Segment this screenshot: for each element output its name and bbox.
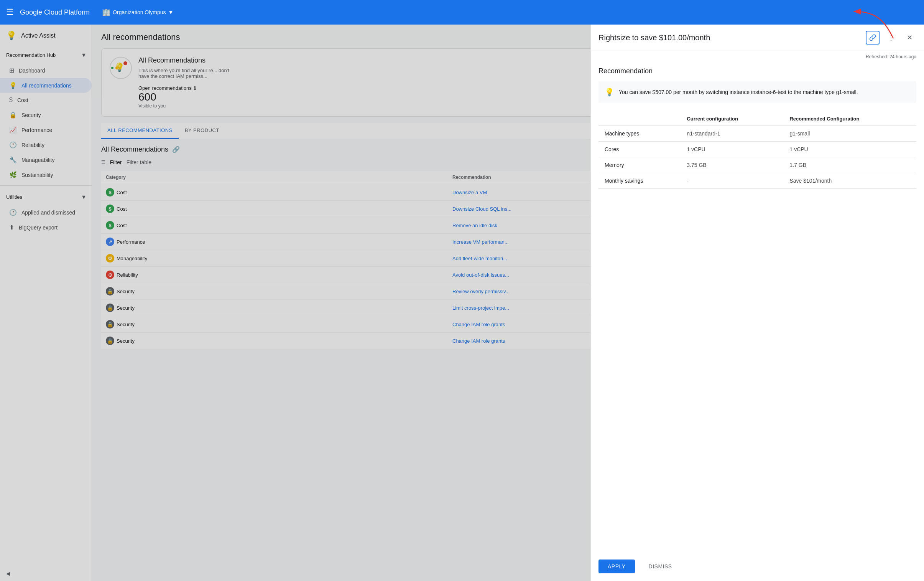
detail-actions: ⋮ ✕ (866, 31, 916, 45)
category-badge-icon: 🔒 (106, 303, 114, 312)
sidebar-divider (0, 185, 92, 186)
category-name: Manageability (117, 256, 147, 262)
config-row-label: Cores (599, 142, 681, 157)
reco-text-block: All Recommendations This is where you'll… (139, 56, 238, 109)
tab-by-product[interactable]: BY PRODUCT (179, 123, 226, 139)
config-row-recommended: g1-small (783, 126, 916, 142)
reco-link[interactable]: Change IAM role grants (452, 321, 505, 327)
sidebar-icon-reliability: 🕐 (9, 141, 17, 149)
config-row: Monthly savings - Save $101/month (599, 173, 916, 189)
app-logo: Google Cloud Platform (20, 8, 90, 17)
sidebar-item-cost[interactable]: $ Cost (0, 93, 92, 108)
category-name: Reliability (117, 272, 138, 278)
table-cell-category: ↗ Performance (101, 234, 448, 250)
dismiss-button[interactable]: DISMISS (640, 559, 681, 573)
tab-all-recommendations[interactable]: ALL RECOMMENDATIONS (101, 123, 179, 139)
table-cell-category: $ Cost (101, 217, 448, 234)
reco-link[interactable]: Avoid out-of-disk issues... (452, 272, 509, 278)
recommendation-hub-label: Recommendation Hub (6, 52, 56, 58)
sidebar-icon-cost: $ (9, 97, 13, 104)
table-cell-category: 🔒 Security (101, 316, 448, 333)
category-name: Security (117, 338, 135, 344)
close-button[interactable]: ✕ (903, 31, 916, 45)
reco-link[interactable]: Increase VM performan... (452, 239, 509, 245)
action-buttons: APPLY DISMISS (591, 552, 924, 581)
sidebar-item-performance[interactable]: 📈 Performance (0, 122, 92, 137)
sidebar-collapse-btn[interactable]: ◀ (0, 566, 92, 581)
org-selector[interactable]: 🏢 Organization Olympus ▼ (102, 8, 173, 17)
table-cell-category: 🔒 Security (101, 300, 448, 316)
detail-title: Rightsize to save $101.00/month (599, 33, 710, 42)
visible-label: Visible to you (139, 103, 238, 109)
sidebar-item-manageability[interactable]: 🔧 Manageability (0, 152, 92, 167)
reco-link[interactable]: Limit cross-project impe... (452, 305, 509, 311)
sidebar-label-performance: Performance (21, 127, 52, 133)
recommendation-hub-header[interactable]: Recommendation Hub ▾ (0, 47, 92, 63)
table-cell-category: $ Cost (101, 201, 448, 217)
svg-point-2 (111, 67, 114, 69)
sidebar-label-security: Security (21, 112, 41, 118)
detail-info-icon: 💡 (605, 88, 614, 97)
config-row-recommended: 1 vCPU (783, 142, 916, 157)
utilities-header[interactable]: Utilities ▾ (0, 189, 92, 205)
sidebar-item-security[interactable]: 🔒 Security (0, 108, 92, 122)
config-row-recommended: Save $101/month (783, 173, 916, 189)
sidebar-item-reliability[interactable]: 🕐 Reliability (0, 137, 92, 152)
config-col-recommended: Recommended Configuration (783, 112, 916, 126)
category-name: Cost (117, 206, 127, 212)
active-assist-label: Active Assist (21, 32, 56, 39)
table-cell-category: $ Cost (101, 184, 448, 201)
filter-label[interactable]: Filter (110, 159, 122, 166)
sidebar-icon-bigquery-export: ⬆ (9, 224, 14, 231)
detail-panel: Rightsize to save $101.00/month ⋮ ✕ Refr… (591, 25, 924, 581)
collapse-icon: ◀ (6, 571, 10, 576)
category-badge-icon: $ (106, 205, 114, 213)
sidebar-item-all-recommendations[interactable]: 💡 All recommendations (0, 78, 92, 93)
config-table: Current configuration Recommended Config… (599, 112, 916, 189)
sidebar-label-cost: Cost (17, 97, 28, 103)
reco-link[interactable]: Add fleet-wide monitori... (452, 256, 507, 262)
sidebar-item-applied-dismissed[interactable]: 🕐 Applied and dismissed (0, 205, 92, 220)
reco-link[interactable]: Change IAM role grants (452, 338, 505, 344)
apply-button[interactable]: APPLY (599, 559, 635, 573)
config-row: Memory 3.75 GB 1.7 GB (599, 157, 916, 173)
reco-link[interactable]: Downsize Cloud SQL ins... (452, 206, 512, 212)
sidebar-icon-security: 🔒 (9, 111, 17, 119)
reco-icon-container: 💡 (109, 56, 132, 79)
hamburger-icon[interactable]: ☰ (6, 7, 14, 17)
config-row: Cores 1 vCPU 1 vCPU (599, 142, 916, 157)
refreshed-label: Refreshed: 24 hours ago (591, 51, 924, 60)
config-row-recommended: 1.7 GB (783, 157, 916, 173)
category-badge-icon: $ (106, 188, 114, 197)
sidebar-label-applied-dismissed: Applied and dismissed (21, 210, 75, 216)
detail-info-box: 💡 You can save $507.00 per month by swit… (599, 81, 916, 103)
section-link-icon[interactable]: 🔗 (172, 146, 180, 153)
category-name: Security (117, 305, 135, 311)
category-badge-icon: 🔒 (106, 320, 114, 328)
category-badge-icon: 🔒 (106, 336, 114, 345)
config-row-current: n1-standard-1 (681, 126, 783, 142)
sidebar-label-manageability: Manageability (21, 157, 54, 163)
top-bar: ☰ Google Cloud Platform 🏢 Organization O… (0, 0, 924, 25)
reco-link[interactable]: Remove an idle disk (452, 223, 497, 228)
config-row-current: 1 vCPU (681, 142, 783, 157)
sidebar-item-sustainability[interactable]: 🌿 Sustainability (0, 167, 92, 182)
category-badge-icon: ↗ (106, 238, 114, 246)
org-chevron-icon: ▼ (168, 9, 174, 15)
reco-link[interactable]: Review overly permissiv... (452, 289, 510, 294)
category-name: Performance (117, 239, 145, 245)
table-cell-category: 🔒 Security (101, 333, 448, 349)
sidebar-item-bigquery-export[interactable]: ⬆ BigQuery export (0, 220, 92, 235)
detail-body: Recommendation 💡 You can save $507.00 pe… (591, 60, 924, 552)
category-name: Security (117, 321, 135, 327)
reco-link[interactable]: Downsize a VM (452, 190, 487, 195)
more-options-button[interactable]: ⋮ (884, 31, 898, 45)
open-reco-label: Open recommendations (139, 85, 192, 91)
sidebar-header: 💡 Active Assist (0, 25, 92, 47)
sidebar-icon-manageability: 🔧 (9, 156, 17, 164)
utilities-label: Utilities (6, 194, 22, 200)
reco-stats: Open recommendations ℹ 600 Visible to yo… (139, 85, 238, 109)
sidebar-label-dashboard: Dashboard (19, 68, 45, 74)
sidebar-item-dashboard[interactable]: ⊞ Dashboard (0, 63, 92, 78)
copy-link-button[interactable] (866, 31, 879, 45)
